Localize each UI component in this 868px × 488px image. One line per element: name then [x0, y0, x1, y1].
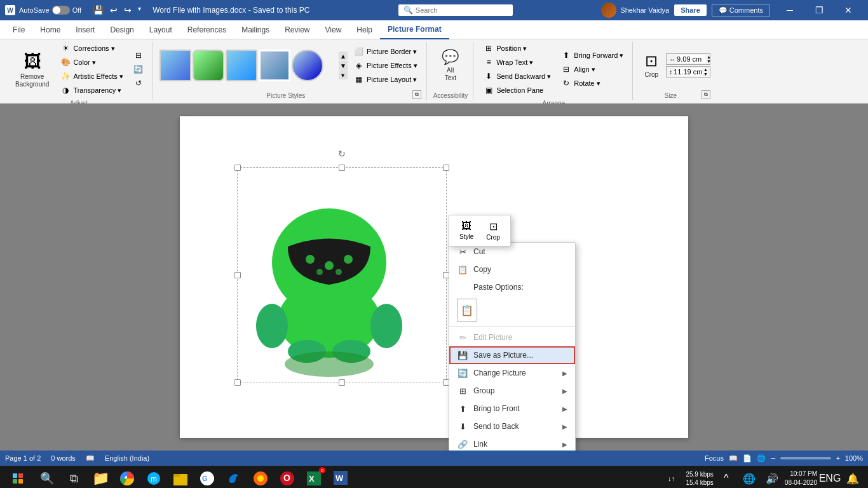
web-layout-icon[interactable]: 🌐 [757, 454, 766, 463]
handle-tr[interactable] [443, 165, 449, 171]
picture-style-2[interactable] [193, 50, 224, 81]
search-bar[interactable]: 🔍 [398, 4, 513, 16]
selection-pane-button[interactable]: ▣ Selection Pane [480, 84, 555, 97]
compress-pictures-button[interactable]: ⊟ [130, 49, 147, 62]
height-up[interactable]: ▲ [703, 67, 708, 72]
handle-tl[interactable] [234, 165, 241, 171]
picture-border-button[interactable]: ⬜ Picture Border ▾ [350, 45, 421, 58]
share-button[interactable]: Share [674, 4, 707, 16]
redo-button[interactable]: ↪ [121, 4, 134, 17]
taskbar-google[interactable]: G [194, 466, 220, 488]
tab-help[interactable]: Help [349, 20, 380, 39]
ctx-send-to-back[interactable]: ⬇ Send to Back ▶ [449, 417, 575, 435]
taskbar-opera[interactable]: O [275, 466, 300, 488]
undo-dropdown[interactable]: ▾ [135, 4, 144, 17]
tab-references[interactable]: References [180, 20, 234, 39]
notifications-button[interactable]: 🔔 [843, 466, 863, 488]
styles-scroll-up[interactable]: ▲ [339, 51, 348, 60]
minimize-button[interactable]: ─ [775, 0, 804, 20]
autosave-toggle[interactable] [52, 6, 70, 15]
ctx-group[interactable]: ⊞ Group ▶ [449, 382, 575, 400]
ctx-save-as-picture[interactable]: 💾 Save as Picture... [449, 346, 575, 364]
tab-home[interactable]: Home [32, 20, 68, 39]
tab-design[interactable]: Design [102, 20, 141, 39]
picture-style-1[interactable] [159, 50, 191, 81]
search-input[interactable] [416, 6, 508, 14]
handle-ml[interactable] [234, 272, 241, 278]
width-down[interactable]: ▼ [707, 59, 711, 64]
search-taskbar-button[interactable]: 🔍 [34, 466, 60, 488]
width-input[interactable]: ↔ ▲ ▼ [666, 53, 710, 65]
height-down[interactable]: ▼ [703, 72, 708, 76]
ctx-change-picture[interactable]: 🔄 Change Picture ▶ [449, 364, 575, 382]
handle-tm[interactable] [339, 165, 345, 171]
ctx-bring-to-front[interactable]: ⬆ Bring to Front ▶ [449, 400, 575, 417]
picture-style-4[interactable] [259, 50, 290, 81]
tab-layout[interactable]: Layout [142, 20, 180, 39]
styles-expand[interactable]: ▾ [339, 71, 348, 79]
remove-background-button[interactable]: 🖼 RemoveBackground [10, 48, 54, 91]
style-toolbar-button[interactable]: 🖼 Style [454, 218, 478, 243]
taskbar-firefox[interactable] [248, 466, 273, 488]
artistic-effects-button[interactable]: ✨ Artistic Effects ▾ [57, 70, 127, 83]
system-tray-expand[interactable]: ^ [716, 466, 736, 488]
change-picture-button[interactable]: 🔄 [130, 63, 147, 76]
color-button[interactable]: 🎨 Color ▾ [57, 56, 127, 69]
crop-button[interactable]: ⊡ Crop [639, 50, 663, 81]
taskbar-edge[interactable] [221, 466, 247, 488]
zoom-out-icon[interactable]: ─ [771, 455, 775, 462]
send-backward-button[interactable]: ⬇ Send Backward ▾ [480, 70, 555, 83]
picture-layout-button[interactable]: ▦ Picture Layout ▾ [350, 73, 421, 86]
align-button[interactable]: ⊟ Align ▾ [557, 63, 627, 76]
tab-file[interactable]: File [5, 20, 32, 39]
position-button[interactable]: ⊞ Position ▾ [480, 42, 555, 55]
print-layout-icon[interactable]: 📄 [743, 454, 752, 463]
ctx-copy[interactable]: 📋 Copy [449, 261, 575, 278]
volume-icon[interactable]: 🔊 [762, 466, 782, 488]
height-field[interactable] [674, 68, 702, 76]
styles-scroll-down[interactable]: ▼ [339, 61, 348, 70]
taskbar-messenger[interactable]: m [141, 466, 166, 488]
picture-styles-expander[interactable]: ⧉ [412, 90, 421, 99]
size-expander[interactable]: ⧉ [702, 90, 710, 99]
tab-mailings[interactable]: Mailings [234, 20, 277, 39]
height-input[interactable]: ↕ ▲ ▼ [666, 66, 710, 78]
taskbar-chrome[interactable] [114, 466, 140, 488]
paste-option-button[interactable]: 📋 [457, 299, 477, 322]
rotate-button[interactable]: ↻ Rotate ▾ [557, 77, 627, 90]
tab-view[interactable]: View [318, 20, 349, 39]
zoom-slider[interactable] [780, 457, 831, 459]
alt-text-button[interactable]: 💬 AltText [437, 46, 464, 85]
transparency-button[interactable]: ◑ Transparency ▾ [57, 84, 127, 97]
network-icon[interactable]: 🌐 [739, 466, 759, 488]
taskbar-explorer[interactable]: 📁 [88, 466, 113, 488]
read-mode-icon[interactable]: 📖 [729, 454, 738, 463]
picture-style-3[interactable] [226, 50, 257, 81]
width-field[interactable] [677, 55, 705, 63]
corrections-button[interactable]: ☀ Corrections ▾ [57, 42, 127, 55]
bring-forward-button[interactable]: ⬆ Bring Forward ▾ [557, 49, 627, 62]
picture-effects-button[interactable]: ◈ Picture Effects ▾ [350, 59, 421, 72]
picture-style-5[interactable] [292, 50, 323, 81]
tab-insert[interactable]: Insert [68, 20, 102, 39]
comments-button[interactable]: 💬 Comments [712, 4, 770, 17]
autosave-control[interactable]: AutoSave Off [19, 6, 81, 15]
zoom-in-icon[interactable]: + [836, 455, 840, 462]
crop-toolbar-button[interactable]: ⊡ Crop [481, 218, 505, 243]
taskbar-file-explorer-2[interactable] [168, 466, 193, 488]
undo-button[interactable]: ↩ [107, 4, 120, 17]
tab-review[interactable]: Review [277, 20, 317, 39]
save-button[interactable]: 💾 [90, 4, 106, 17]
restore-button[interactable]: ❐ [804, 0, 834, 20]
width-up[interactable]: ▲ [707, 55, 711, 59]
close-button[interactable]: ✕ [834, 0, 863, 20]
wrap-text-button[interactable]: ≡ Wrap Text ▾ [480, 56, 555, 69]
tab-picture-format[interactable]: Picture Format [380, 20, 449, 39]
handle-bm[interactable] [339, 379, 345, 386]
taskbar-word[interactable]: W [328, 466, 353, 488]
taskbar-excel[interactable]: X 6 [301, 466, 327, 488]
task-view-button[interactable]: ⧉ [61, 466, 86, 488]
handle-bl[interactable] [234, 379, 241, 386]
focus-label[interactable]: Focus [705, 454, 724, 462]
rotation-handle[interactable]: ↻ [337, 149, 347, 159]
